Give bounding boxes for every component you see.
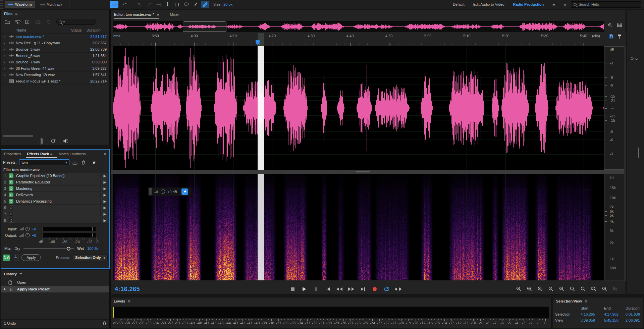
file-name[interactable]: New Recording 12r.wav xyxy=(16,73,70,77)
multitrack-mode-button[interactable]: Multitrack xyxy=(37,1,66,8)
file-name[interactable]: Freud in Focus EP 1.sesx * xyxy=(16,79,70,83)
levels-panel-menu-icon[interactable]: ≡ xyxy=(128,299,130,304)
effect-options-arrow-icon[interactable]: ▶ xyxy=(100,218,106,223)
file-row[interactable]: ›New Rec...g 11 - Copy.wav2:02.657 xyxy=(1,40,109,46)
help-search-input[interactable]: Search Help xyxy=(571,1,641,8)
effect-options-arrow-icon[interactable]: ▶ xyxy=(100,193,106,197)
expand-chevron-icon[interactable]: › xyxy=(4,54,9,58)
process-select[interactable]: Selection Only ▾ xyxy=(73,254,108,261)
files-play-button[interactable] xyxy=(41,139,43,143)
frequency-scale[interactable]: Hz15k10k7k6k5k4k3k2k1k500 xyxy=(604,174,624,280)
fast-forward-button[interactable] xyxy=(348,286,355,292)
divider-grip[interactable] xyxy=(356,171,370,172)
skip-selection-button[interactable] xyxy=(395,286,401,292)
output-gain-value[interactable]: +0 xyxy=(32,233,38,237)
effect-options-arrow-icon[interactable]: ▶ xyxy=(100,206,106,210)
file-name[interactable]: Bounce_6.wav xyxy=(16,54,70,58)
effect-options-arrow-icon[interactable]: ▶ xyxy=(100,199,106,204)
effect-power-toggle[interactable] xyxy=(9,212,13,216)
files-col-duration[interactable]: Duration xyxy=(87,28,106,32)
zoom-out-amplitude-button[interactable] xyxy=(527,286,533,292)
input-gain-knob[interactable] xyxy=(25,227,30,231)
razor-tool-button[interactable] xyxy=(145,1,153,8)
view-divider[interactable] xyxy=(111,170,626,174)
effect-power-toggle[interactable] xyxy=(9,199,13,204)
zoom-in-amplitude-button[interactable] xyxy=(516,286,522,292)
show-spectral-view-button[interactable] xyxy=(120,1,128,8)
file-row[interactable]: ›Bounce_3.wav22:06.739 xyxy=(1,46,109,53)
effect-power-toggle[interactable] xyxy=(9,173,13,178)
tab-effects-rack[interactable]: Effects Rack ≡ xyxy=(27,151,53,156)
file-row[interactable]: ›Bounce_7.wav0:30.000 xyxy=(1,59,109,65)
editor-panel-menu-icon[interactable]: ≡ xyxy=(157,12,159,17)
expand-chevron-icon[interactable]: › xyxy=(4,35,9,39)
effect-name[interactable]: Graphic Equalizer (10 Bands) xyxy=(13,174,100,178)
rack-io-toggle-icon[interactable]: ≟ xyxy=(13,255,19,261)
delete-preset-icon[interactable] xyxy=(80,160,86,165)
panel-overflow-icon[interactable]: » xyxy=(104,151,106,156)
effect-name[interactable]: Mastering xyxy=(13,186,100,190)
new-content-icon[interactable] xyxy=(25,19,31,24)
paintbrush-selection-tool-button[interactable] xyxy=(192,1,200,8)
editor-vertical-scrollbar[interactable] xyxy=(624,46,626,281)
spot-healing-brush-tool-button[interactable] xyxy=(201,1,209,8)
marker-pin-icon[interactable] xyxy=(618,34,622,39)
history-delete-icon[interactable] xyxy=(103,321,106,325)
file-name[interactable]: 36 Fortis Green 44.wav xyxy=(16,66,70,70)
preset-combobox[interactable]: tom ▾ xyxy=(19,159,69,165)
file-name[interactable]: New Rec...g 11 - Copy.wav xyxy=(16,41,70,45)
effect-options-arrow-icon[interactable]: ▶ xyxy=(100,212,106,216)
selview-value[interactable]: 3:39.058 xyxy=(581,318,604,322)
workspace-menu-icon[interactable]: ≡ xyxy=(552,2,555,7)
go-to-next-button[interactable] xyxy=(360,286,366,292)
effect-options-arrow-icon[interactable]: ▶ xyxy=(100,180,106,184)
files-delete-icon[interactable] xyxy=(46,19,52,24)
input-gain-value[interactable]: +0 xyxy=(32,227,38,231)
levels-meter[interactable] xyxy=(113,306,549,318)
spectrogram-display[interactable]: +0 dB xyxy=(113,174,604,280)
hud-gain-value[interactable]: +0 xyxy=(167,190,172,194)
overview-view-region[interactable] xyxy=(183,21,226,32)
overview-strip[interactable] xyxy=(113,21,604,32)
amplitude-scale[interactable]: dB-3-6-9-15-21-∞-21-15-9-6-3 xyxy=(604,46,624,170)
mix-value[interactable]: 100 % xyxy=(87,246,98,251)
tab-editor[interactable]: Editor: tom master.wav * ≡ xyxy=(114,12,159,17)
zoom-reset-button[interactable] xyxy=(612,286,619,292)
marquee-selection-tool-button[interactable] xyxy=(173,1,181,8)
time-selection-tool-button[interactable]: I xyxy=(164,1,172,8)
timeline-ruler[interactable]: hms 3:504:004:104:204:304:404:505:005:10… xyxy=(111,33,626,46)
history-item[interactable]: Open xyxy=(1,279,109,286)
files-col-name[interactable]: Name xyxy=(16,28,71,32)
timer-zoom-button[interactable] xyxy=(602,286,608,292)
file-row[interactable]: ›tom master.wav *24:51.617 xyxy=(1,34,109,40)
effect-power-toggle[interactable] xyxy=(9,186,13,191)
waveform-mode-button[interactable]: Waveform xyxy=(5,1,35,8)
workspace-overflow-icon[interactable]: » xyxy=(564,2,566,7)
effect-power-toggle[interactable] xyxy=(9,218,13,223)
file-name[interactable]: Bounce_3.wav xyxy=(16,47,70,51)
zoom-in-at-out-point-button[interactable] xyxy=(580,286,587,292)
effect-slot[interactable]: 5Dynamics Processing▶ xyxy=(3,198,108,205)
tab-mixer[interactable]: Mixer xyxy=(170,12,179,16)
favorite-star-icon[interactable]: ★ xyxy=(92,160,96,165)
hud-gain-knob[interactable] xyxy=(161,189,165,194)
selection-region-waveform[interactable] xyxy=(258,46,264,170)
selview-value[interactable]: 0:01.636 xyxy=(626,312,644,316)
selview-value[interactable]: 5:45.150 xyxy=(604,318,626,322)
files-autoplay-icon[interactable] xyxy=(63,139,68,143)
effect-slot[interactable]: 7▶ xyxy=(3,211,108,217)
zoom-in-time-button[interactable] xyxy=(537,286,544,292)
hud-pin-button[interactable] xyxy=(181,188,188,195)
selview-value[interactable]: 2:06.091 xyxy=(626,318,644,322)
expand-chevron-icon[interactable]: › xyxy=(4,47,9,51)
zoom-in-at-in-point-button[interactable] xyxy=(570,286,576,292)
selview-value[interactable]: 4:17.902 xyxy=(604,312,626,316)
effect-power-toggle[interactable] xyxy=(9,180,13,184)
effect-power-toggle[interactable] xyxy=(9,193,13,197)
effect-slot[interactable]: 1Graphic Equalizer (10 Bands)▶ xyxy=(3,173,108,179)
show-waveform-view-button[interactable] xyxy=(110,1,118,8)
workspace-edit-audio-to-video[interactable]: Edit Audio to Video xyxy=(473,2,504,6)
workspace-radio-production[interactable]: Radio Production xyxy=(513,2,544,6)
file-name[interactable]: Bounce_7.wav xyxy=(16,60,70,64)
expand-chevron-icon[interactable]: › xyxy=(4,41,9,45)
